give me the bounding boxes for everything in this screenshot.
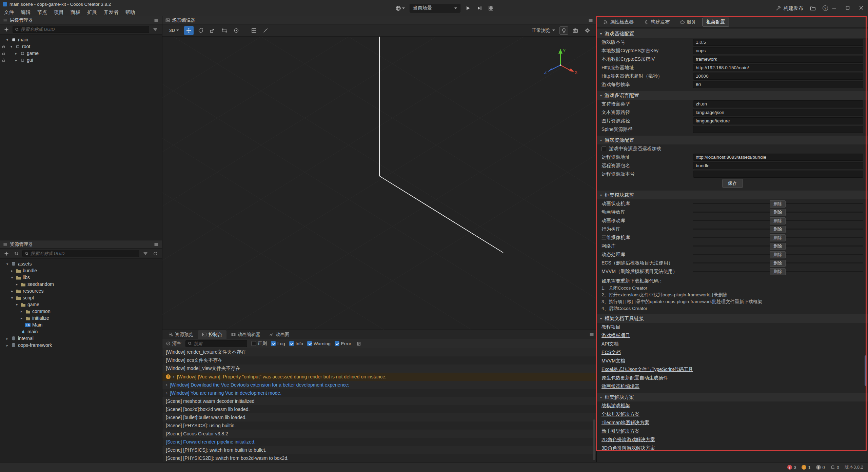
property-input[interactable]: [693, 162, 863, 169]
solution-link[interactable]: 新手引导解决方案: [601, 428, 639, 434]
tab-animation-editor[interactable]: 动画编辑器: [227, 330, 265, 339]
doc-link[interactable]: ECS文档: [601, 350, 621, 356]
section-docs-header[interactable]: ▾ 框架文档工具链接: [597, 314, 868, 323]
scene-light-toggle[interactable]: [559, 26, 568, 35]
asset-tree-item[interactable]: TS assets: [0, 260, 162, 267]
log-row[interactable]: ! › [Window] ecs文件夹不存在: [162, 356, 596, 365]
expand-arrow[interactable]: [10, 296, 14, 300]
log-row[interactable]: ! › [Scene] [bullet]:bullet wasm lib loa…: [162, 413, 596, 421]
solution-link[interactable]: 3D角色扮演游戏解决方案: [601, 445, 655, 451]
delete-module-button[interactable]: 删除: [770, 217, 786, 224]
log-row[interactable]: ! › [Scene] [PHYSICS]: switch from built…: [162, 446, 596, 454]
curve-editor-button[interactable]: [261, 26, 271, 35]
panel-menu-icon[interactable]: [154, 18, 159, 23]
clear-console-button[interactable]: 清空: [166, 340, 181, 347]
notification-badge[interactable]: 0: [830, 465, 839, 470]
export-log-button[interactable]: [355, 340, 363, 347]
property-input[interactable]: [693, 47, 863, 54]
rect-tool-button[interactable]: [220, 26, 229, 35]
property-input[interactable]: [693, 56, 863, 63]
log-filter-checkbox[interactable]: Warning: [307, 341, 331, 346]
log-row[interactable]: ! › [Scene] [box2d]:box2d wasm lib loade…: [162, 405, 596, 413]
expand-arrow[interactable]: [5, 38, 9, 42]
close-button[interactable]: [856, 3, 866, 12]
menu-item[interactable]: 面板: [67, 9, 84, 16]
asset-tree-item[interactable]: TS resources: [0, 288, 162, 294]
property-input[interactable]: [693, 81, 863, 88]
menu-item[interactable]: 项目: [51, 9, 67, 16]
tab-asset-preview[interactable]: 资源预览: [164, 330, 197, 339]
delete-module-button[interactable]: 删除: [770, 200, 786, 208]
section-solutions-header[interactable]: ▾ 框架解决方案: [597, 393, 868, 401]
regex-checkbox[interactable]: 正则: [251, 340, 267, 347]
delete-module-button[interactable]: 删除: [770, 226, 786, 233]
preview-platform-button[interactable]: [394, 4, 406, 13]
expand-arrow[interactable]: [5, 262, 9, 266]
log-row[interactable]: ! › [Window] render_texture文件夹不存在: [162, 348, 596, 356]
property-input[interactable]: [693, 117, 863, 124]
scene-viewport[interactable]: Y X Z: [162, 37, 596, 330]
refresh-assets-button[interactable]: [152, 250, 159, 257]
menu-item[interactable]: 帮助: [122, 9, 139, 16]
property-input[interactable]: [693, 73, 863, 80]
minimize-button[interactable]: [829, 3, 839, 12]
tab-animation-graph[interactable]: 动画图: [265, 330, 294, 339]
property-input[interactable]: [693, 171, 863, 178]
property-input[interactable]: [693, 109, 863, 116]
log-expand-arrow[interactable]: ›: [166, 391, 167, 395]
create-asset-button[interactable]: [3, 250, 10, 257]
console-scrollbar-thumb[interactable]: [593, 419, 595, 460]
maximize-button[interactable]: [843, 3, 852, 12]
log-filter-checkbox[interactable]: Error: [335, 341, 351, 346]
warning-count-badge[interactable]: ! 1: [802, 465, 810, 470]
assets-search-input[interactable]: [31, 251, 137, 256]
hierarchy-node[interactable]: main: [0, 36, 162, 43]
menu-item[interactable]: 扩展: [84, 9, 100, 16]
axis-gizmo[interactable]: Y X Z: [544, 47, 577, 81]
doc-link[interactable]: 游戏模板项目: [601, 333, 630, 339]
panel-menu-icon[interactable]: [589, 332, 594, 337]
delete-module-button[interactable]: 删除: [770, 209, 786, 216]
expand-arrow[interactable]: [9, 45, 13, 48]
property-input[interactable]: [693, 64, 863, 71]
asset-tree-item[interactable]: TS Main: [0, 321, 162, 328]
expand-arrow[interactable]: [14, 58, 18, 62]
projection-3d-button[interactable]: 3D: [166, 27, 182, 34]
section-modules-header[interactable]: ▾ 框架模块裁剪: [597, 191, 868, 199]
build-publish-button[interactable]: 构建发布: [776, 5, 803, 12]
log-row[interactable]: ! › [Scene] Cocos Creator v3.8.2: [162, 430, 596, 438]
expand-arrow[interactable]: [5, 343, 9, 347]
hierarchy-search[interactable]: [13, 26, 149, 33]
hierarchy-node[interactable]: root: [0, 43, 162, 50]
hierarchy-search-input[interactable]: [21, 27, 147, 32]
expand-arrow[interactable]: [14, 52, 18, 55]
log-row[interactable]: ! › [Scene] [PHYSICS]: using builtin.: [162, 421, 596, 430]
step-button[interactable]: [475, 4, 484, 12]
inspector-scrollbar-thumb[interactable]: [865, 355, 867, 386]
menu-item[interactable]: 节点: [34, 9, 51, 16]
tab-property-inspector[interactable]: 属性检查器: [599, 18, 637, 26]
expand-arrow[interactable]: [10, 276, 14, 279]
console-search-input[interactable]: [194, 341, 245, 346]
menu-item[interactable]: 开发者: [100, 9, 122, 16]
solution-link[interactable]: Tiledmap地图解决方案: [601, 420, 649, 426]
snap-grid-button[interactable]: [249, 26, 259, 35]
expand-arrow[interactable]: [10, 289, 14, 293]
doc-link[interactable]: 动画状态机编辑器: [601, 383, 639, 390]
solution-link[interactable]: 战棋游戏框架: [601, 403, 630, 409]
panel-menu-icon[interactable]: [154, 242, 159, 247]
open-project-folder-button[interactable]: [810, 5, 816, 11]
scene-settings-button[interactable]: [583, 26, 592, 35]
info-count-badge[interactable]: i 0: [816, 465, 825, 470]
panel-menu-icon[interactable]: [588, 18, 593, 23]
remote-load-checkbox[interactable]: [601, 146, 606, 151]
section-i18n-header[interactable]: ▾ 游戏多语言配置: [597, 91, 868, 100]
log-row[interactable]: ! › [Window] model_view文件夹不存在: [162, 365, 596, 373]
tab-framework-config[interactable]: 框架配置: [703, 18, 729, 26]
scale-tool-button[interactable]: [208, 26, 217, 35]
view-mode-dropdown[interactable]: 正常浏览: [530, 26, 557, 35]
delete-module-button[interactable]: 删除: [770, 268, 786, 275]
asset-tree-item[interactable]: TS libs: [0, 274, 162, 281]
hierarchy-node[interactable]: gui: [0, 57, 162, 63]
scene-tab-label[interactable]: 场景编辑器: [172, 17, 195, 23]
